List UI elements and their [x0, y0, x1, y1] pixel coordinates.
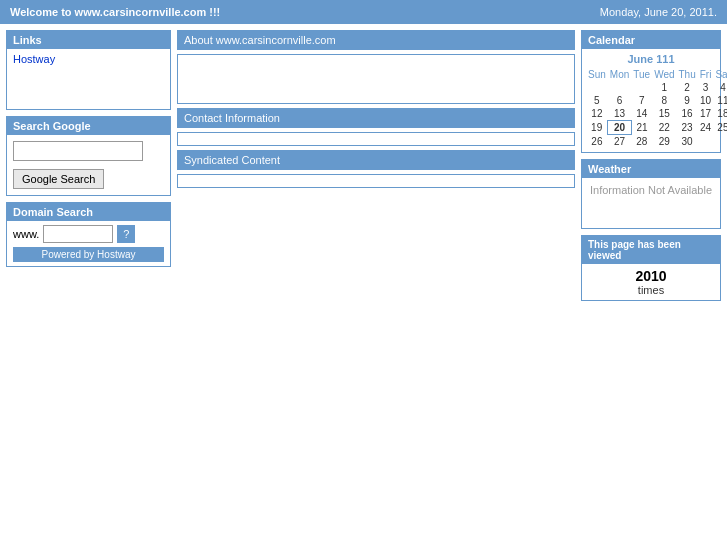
calendar-day: 23 [677, 121, 698, 135]
calendar-day: 15 [652, 107, 676, 121]
powered-by-bar: Powered by Hostway [13, 247, 164, 262]
pageviews-panel: This page has been viewed 2010 times [581, 235, 721, 301]
calendar-week-row: 1234 [586, 81, 727, 94]
syndicated-content [177, 174, 575, 188]
about-content [177, 54, 575, 104]
calendar-day: 25 [713, 121, 727, 135]
date-text: Monday, June 20, 2011. [600, 6, 717, 18]
powered-by-text: Powered by Hostway [42, 249, 136, 260]
calendar-month-year: June 111 [586, 53, 716, 65]
calendar-day: 19 [586, 121, 608, 135]
calendar-day: 27 [608, 135, 631, 149]
calendar-day: 3 [698, 81, 714, 94]
calendar-day: 17 [698, 107, 714, 121]
pageviews-header: This page has been viewed [582, 236, 720, 264]
calendar-day: 28 [631, 135, 652, 149]
calendar-body: 1234567891011121314151617181920212223242… [586, 81, 727, 148]
calendar-day-header: Tue [631, 68, 652, 81]
header: Welcome to www.carsincornville.com !!! M… [0, 0, 727, 24]
views-label: times [586, 284, 716, 296]
calendar-day: 16 [677, 107, 698, 121]
weather-panel-body: Information Not Available [582, 178, 720, 228]
links-panel: Links Hostway [6, 30, 171, 110]
calendar-week-row: 567891011 [586, 94, 727, 107]
calendar-day: 30 [677, 135, 698, 149]
pageviews-body: 2010 times [582, 264, 720, 300]
calendar-header-row: SunMonTueWedThuFriSat [586, 68, 727, 81]
calendar-day-header: Sun [586, 68, 608, 81]
middle-column: About www.carsincornville.com Contact In… [177, 30, 575, 188]
calendar-day: 14 [631, 107, 652, 121]
calendar-day: 29 [652, 135, 676, 149]
calendar-day: 6 [608, 94, 631, 107]
domain-input[interactable] [43, 225, 113, 243]
calendar-day: 4 [713, 81, 727, 94]
calendar-day-header: Thu [677, 68, 698, 81]
calendar-day: 26 [586, 135, 608, 149]
calendar-day-header: Wed [652, 68, 676, 81]
calendar-day: 20 [608, 121, 631, 135]
syndicated-panel: Syndicated Content [177, 150, 575, 170]
calendar-day: 10 [698, 94, 714, 107]
about-panel: About www.carsincornville.com [177, 30, 575, 50]
calendar-day-header: Fri [698, 68, 714, 81]
domain-panel-body: www. ? Powered by Hostway [7, 221, 170, 266]
welcome-text: Welcome to www.carsincornville.com !!! [10, 6, 220, 18]
calendar-day [713, 135, 727, 149]
views-count: 2010 [586, 268, 716, 284]
calendar-day: 11 [713, 94, 727, 107]
calendar-day: 12 [586, 107, 608, 121]
calendar-week-row: 19202122232425 [586, 121, 727, 135]
calendar-day: 24 [698, 121, 714, 135]
calendar-week-row: 12131415161718 [586, 107, 727, 121]
links-panel-body: Hostway [7, 49, 170, 109]
calendar-day: 1 [652, 81, 676, 94]
calendar-day: 2 [677, 81, 698, 94]
weather-message: Information Not Available [590, 184, 712, 196]
domain-go-button[interactable]: ? [117, 225, 135, 243]
calendar-day: 7 [631, 94, 652, 107]
calendar-day-header: Mon [608, 68, 631, 81]
calendar-panel: Calendar June 111 SunMonTueWedThuFriSat … [581, 30, 721, 153]
calendar-day [698, 135, 714, 149]
calendar-day [631, 81, 652, 94]
www-label: www. [13, 228, 39, 240]
domain-panel-header: Domain Search [7, 203, 170, 221]
calendar-table: SunMonTueWedThuFriSat 123456789101112131… [586, 68, 727, 148]
calendar-day: 21 [631, 121, 652, 135]
search-panel-header: Search Google [7, 117, 170, 135]
calendar-day: 9 [677, 94, 698, 107]
domain-search-panel: Domain Search www. ? Powered by Hostway [6, 202, 171, 267]
links-panel-header: Links [7, 31, 170, 49]
calendar-panel-body: June 111 SunMonTueWedThuFriSat 123456789… [582, 49, 720, 152]
hostway-link[interactable]: Hostway [13, 53, 55, 65]
calendar-panel-header: Calendar [582, 31, 720, 49]
contact-content [177, 132, 575, 146]
calendar-day: 13 [608, 107, 631, 121]
search-input[interactable] [13, 141, 143, 161]
calendar-day: 5 [586, 94, 608, 107]
calendar-day [586, 81, 608, 94]
calendar-day: 8 [652, 94, 676, 107]
contact-panel: Contact Information [177, 108, 575, 128]
weather-panel: Weather Information Not Available [581, 159, 721, 229]
search-google-panel: Search Google Google Search [6, 116, 171, 196]
calendar-day: 18 [713, 107, 727, 121]
calendar-day [608, 81, 631, 94]
right-column: Calendar June 111 SunMonTueWedThuFriSat … [581, 30, 721, 301]
google-search-button[interactable]: Google Search [13, 169, 104, 189]
left-column: Links Hostway Search Google Google Searc… [6, 30, 171, 267]
search-panel-body: Google Search [7, 135, 170, 195]
calendar-day-header: Sat [713, 68, 727, 81]
main-layout: Links Hostway Search Google Google Searc… [0, 24, 727, 307]
calendar-day: 22 [652, 121, 676, 135]
calendar-week-row: 2627282930 [586, 135, 727, 149]
domain-input-row: www. ? [13, 225, 164, 243]
weather-panel-header: Weather [582, 160, 720, 178]
